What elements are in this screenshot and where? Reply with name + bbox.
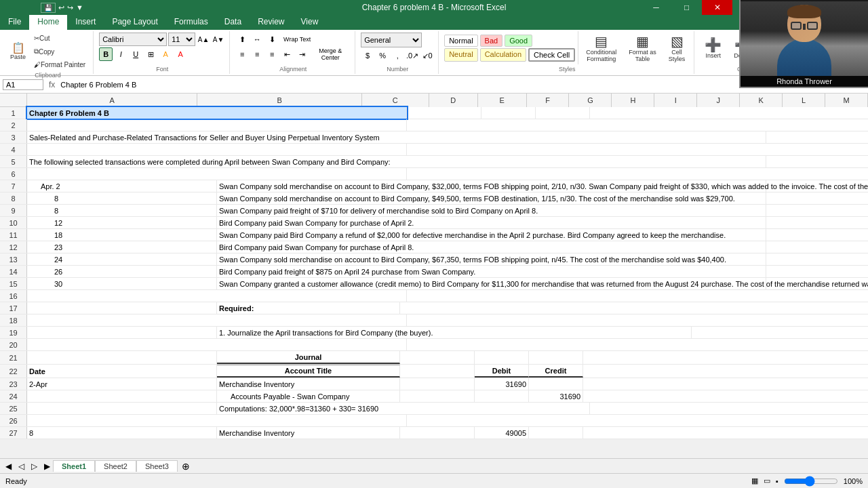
paste-button[interactable]: 📋 Paste [7,41,29,62]
cell-d23[interactable]: 31690 [475,378,529,390]
indent-decrease-button[interactable]: ⇤ [280,47,294,61]
col-header-d[interactable]: D [429,94,478,107]
tab-insert[interactable]: Insert [67,15,104,30]
cell-c22[interactable] [400,365,475,378]
cell-a21[interactable] [27,351,217,364]
cell-a23[interactable]: 2-Apr [27,378,217,390]
decrease-decimal-button[interactable]: ↙0 [420,49,434,62]
cell-b7[interactable]: Swan Company sold merchandise on account… [217,180,766,192]
style-good[interactable]: Good [505,35,532,47]
col-header-j[interactable]: J [697,94,740,107]
col-header-l[interactable]: L [783,94,825,107]
cell-e22[interactable]: Credit [529,365,583,378]
indent-increase-button[interactable]: ⇥ [295,47,309,61]
tab-data[interactable]: Data [216,15,250,30]
cell-e24[interactable]: 31690 [529,390,583,402]
cell-e1[interactable] [536,107,590,119]
view-normal-button[interactable]: ▦ [751,476,758,485]
format-as-table-button[interactable]: ▦ Format asTable [624,31,661,65]
cell-a2[interactable] [27,119,407,131]
tab-page-layout[interactable]: Page Layout [104,15,165,30]
style-normal[interactable]: Normal [444,35,477,47]
sheet-tab-next-left[interactable]: ◁ [16,462,27,471]
cell-a26[interactable] [27,415,407,426]
cut-button[interactable]: ✂ Cut [31,33,89,44]
cell-b9[interactable]: Swan Company paid freight of $710 for de… [217,205,766,216]
cell-a20[interactable] [27,339,407,350]
cell-b8[interactable]: Swan Company sold merchandise on account… [217,192,766,204]
tab-review[interactable]: Review [250,15,292,30]
align-middle-button[interactable]: ↔ [250,33,264,46]
cell-d1[interactable] [481,107,536,119]
cell-b14[interactable]: Bird Company paid freight of $875 on Apr… [217,266,766,277]
col-header-f[interactable]: F [527,94,570,107]
cell-e21[interactable] [529,351,583,364]
maximize-button[interactable]: □ [671,0,702,15]
copy-button[interactable]: ⧉ Copy [31,45,89,58]
sheet-tab-sheet3[interactable]: Sheet3 [136,460,178,472]
number-format-select[interactable]: General [361,33,422,47]
cell-a4[interactable] [27,144,407,155]
cell-a7[interactable]: Apr. 2 [27,180,217,192]
cell-a19[interactable] [27,327,217,338]
cell-b22[interactable]: Account Title [217,365,400,378]
minimize-button[interactable]: ─ [641,0,671,15]
increase-decimal-button[interactable]: .0↗ [406,49,419,62]
cell-b12[interactable]: Bird Company paid Swan Company for purch… [217,241,766,253]
sheet-tab-prev[interactable]: ◀ [3,462,14,471]
underline-button[interactable]: U [129,47,142,61]
decrease-font-size-button[interactable]: A▼ [212,33,225,46]
quick-save-icon[interactable]: 💾 [41,3,56,13]
cell-a13[interactable]: 24 [27,253,217,265]
font-color-button[interactable]: A [174,47,187,61]
tab-view[interactable]: View [293,15,327,30]
cell-c27[interactable] [400,427,475,439]
view-page-break-button[interactable]: ▪ [776,477,778,485]
cell-c21[interactable] [400,351,475,364]
cell-a5[interactable]: The following selected transactions were… [27,156,766,167]
cell-d22[interactable]: Debit [475,365,529,378]
col-header-m[interactable]: M [825,94,868,107]
col-header-c[interactable]: C [362,94,429,107]
col-header-b[interactable]: B [197,94,361,107]
col-header-g[interactable]: G [569,94,612,107]
bold-button[interactable]: B [99,47,113,61]
cell-b10[interactable]: Bird Company paid Swan Company for purch… [217,217,766,228]
cell-b17[interactable]: Required: [217,302,400,314]
align-right-button[interactable]: ≡ [265,47,279,61]
currency-button[interactable]: $ [361,49,374,62]
col-header-i[interactable]: I [654,94,697,107]
sheet-tab-next-right[interactable]: ▷ [28,462,40,471]
cell-a12[interactable]: 23 [27,241,217,253]
sheet-tab-sheet2[interactable]: Sheet2 [95,460,136,472]
cell-b21[interactable]: Journal [217,351,400,364]
cell-a8[interactable]: 8 [27,192,217,204]
sheet-tab-sheet1[interactable]: Sheet1 [53,460,95,472]
border-button[interactable]: ⊞ [144,47,157,61]
style-calculation[interactable]: Calculation [480,48,526,62]
percent-button[interactable]: % [376,49,389,62]
col-header-e[interactable]: E [478,94,527,107]
tab-home[interactable]: Home [29,15,67,30]
style-bad[interactable]: Bad [480,35,503,47]
cell-a10[interactable]: 12 [27,217,217,228]
cell-a27[interactable]: 8 [27,427,217,439]
cell-styles-button[interactable]: ▧ CellStyles [664,31,690,65]
customize-icon[interactable]: ▼ [76,3,83,12]
style-neutral[interactable]: Neutral [444,48,477,62]
cell-e27[interactable] [529,427,583,439]
tab-formulas[interactable]: Formulas [166,15,216,30]
style-check-cell[interactable]: Check Cell [528,48,575,62]
view-page-layout-button[interactable]: ▭ [764,476,770,485]
cell-b23[interactable]: Merchandise Inventory [217,378,400,390]
format-painter-button[interactable]: 🖌 Format Painter [31,59,89,70]
font-name-select[interactable]: Calibri [99,33,167,46]
cell-a18[interactable] [27,314,407,326]
wrap-text-button[interactable]: Wrap Text [280,33,314,46]
cell-b13[interactable]: Swan Company sold merchandise on account… [217,253,766,265]
cell-a6[interactable] [27,168,407,180]
undo-icon[interactable]: ↩ [58,3,64,12]
italic-button[interactable]: I [114,47,127,61]
cell-a15[interactable]: 30 [27,278,217,289]
cell-a17[interactable] [27,302,217,314]
